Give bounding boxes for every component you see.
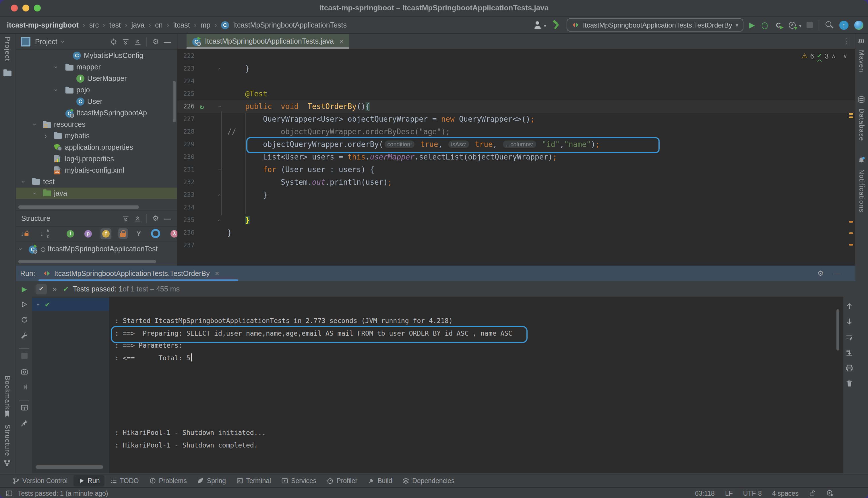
toolwindow-button-services[interactable]: Services	[277, 475, 321, 486]
user-menu-button[interactable]: ▾	[534, 21, 547, 29]
project-tree-item-mybatis-config.xml[interactable]: <>mybatis-config.xml	[16, 165, 177, 176]
structure-tree-root[interactable]: ›CItcastMpSpringbootApplicationTest	[16, 243, 177, 255]
status-indent-setting[interactable]: 4 spaces	[772, 490, 799, 497]
project-view-dropdown-icon[interactable]: ›	[60, 40, 66, 42]
fold-marker-icon[interactable]: ‹	[213, 67, 226, 70]
structure-filter-cp[interactable]: p	[83, 228, 93, 239]
test-tree-hscrollbar[interactable]	[36, 465, 103, 469]
structure-filter-ci[interactable]: I	[65, 228, 76, 239]
chevron-down-icon[interactable]: ›	[53, 66, 60, 68]
run-with-coverage-button[interactable]: C	[775, 21, 782, 29]
run-configuration-select[interactable]: ItcastMpSpringbootApplicationTests.TestO…	[567, 18, 743, 31]
status-caret-position[interactable]: 63:118	[695, 490, 715, 497]
minus-icon[interactable]: —	[164, 214, 171, 222]
breadcrumb-item[interactable]: src	[89, 21, 99, 29]
toolwindow-button-profiler[interactable]: Profiler	[322, 475, 362, 486]
structure-icon[interactable]	[3, 460, 11, 467]
test-root-node[interactable]: › ✔	[32, 298, 109, 311]
bookmark-icon[interactable]	[3, 410, 11, 418]
run-button[interactable]: ▶	[749, 21, 755, 29]
next-occurrence-button[interactable]	[846, 318, 853, 325]
print-button[interactable]	[846, 364, 853, 372]
scroll-to-end-button[interactable]	[846, 349, 853, 356]
project-tree-item-test[interactable]: ›test	[16, 176, 177, 187]
stripe-tab-bookmarks[interactable]: Bookmarks	[4, 376, 11, 414]
code-line-224[interactable]: 224	[177, 75, 855, 88]
breadcrumb-item[interactable]: itcast	[173, 21, 190, 29]
restore-layout-button[interactable]	[20, 403, 29, 412]
collapse-icon[interactable]	[134, 38, 142, 45]
project-tree-item-UserMapper[interactable]: IUserMapper	[16, 73, 177, 84]
project-tree-item-ItcastMpSpringbootAp[interactable]: CItcastMpSpringbootAp	[16, 107, 177, 119]
structure-filter-sortaz[interactable]: ↓az	[38, 228, 51, 239]
project-stripe-folder-icon[interactable]	[3, 69, 12, 77]
status-file-encoding[interactable]: UTF-8	[743, 490, 762, 497]
rerun-failed-tests-button[interactable]	[20, 300, 29, 309]
toolwindow-button-dependencies[interactable]: Dependencies	[398, 475, 459, 486]
locate-icon[interactable]	[111, 38, 117, 45]
soft-wrap-button[interactable]	[846, 333, 853, 341]
clear-console-button[interactable]	[846, 380, 853, 387]
run-console[interactable]: : Started ItcastMpSpringbootApplicationT…	[109, 297, 843, 473]
breadcrumb-item[interactable]: cn	[155, 21, 163, 29]
chevron-down-icon[interactable]: ›	[20, 181, 27, 183]
code-line-234[interactable]: 234	[177, 201, 855, 214]
project-vscrollbar[interactable]	[173, 81, 176, 122]
code-line-233[interactable]: 233‹ }	[177, 189, 855, 201]
stripe-tab-notifications[interactable]: Notifications	[858, 169, 865, 212]
structure-filter-cf[interactable]: f	[101, 228, 112, 239]
readonly-lock-icon[interactable]	[809, 490, 816, 497]
prev-issue-icon[interactable]: ∧	[831, 53, 836, 59]
stripe-tab-maven[interactable]: Maven	[858, 50, 865, 73]
project-tree-item-User[interactable]: CUser	[16, 96, 177, 107]
search-everywhere-button[interactable]	[825, 21, 833, 29]
fold-marker-icon[interactable]: −	[218, 101, 221, 113]
test-settings-button[interactable]	[20, 331, 29, 340]
fold-marker-icon[interactable]: ‹	[213, 194, 226, 197]
toolwindow-button-todo[interactable]: TODO	[105, 475, 143, 486]
expand-chevrons-icon[interactable]: »	[53, 285, 56, 293]
debug-button[interactable]	[761, 21, 769, 29]
stop-button[interactable]	[20, 352, 29, 360]
minus-icon[interactable]: —	[833, 269, 840, 278]
expand-icon[interactable]	[122, 215, 129, 222]
code-line-227[interactable]: 227 QueryWrapper<User> objectQueryWrappe…	[177, 113, 855, 126]
import-tests-button[interactable]	[20, 383, 29, 391]
gear-icon[interactable]: ⚙	[817, 269, 824, 278]
project-tree-item-mapper[interactable]: ›mapper	[16, 62, 177, 73]
gear-icon[interactable]: ⚙	[152, 37, 159, 46]
chevron-down-icon[interactable]: ›	[31, 192, 38, 194]
code-with-me-icon[interactable]	[854, 21, 864, 29]
project-tree-item-resources[interactable]: ›resources	[16, 119, 177, 130]
collapse-icon[interactable]	[134, 215, 142, 222]
inspections-widget[interactable]: ⚠6✔3∧∨	[802, 52, 847, 60]
minus-icon[interactable]: —	[164, 38, 171, 45]
code-line-225[interactable]: 225 @Test	[177, 88, 855, 101]
code-line-222[interactable]: 222	[177, 50, 855, 63]
update-running-app-button[interactable]	[20, 316, 29, 324]
toolwindow-button-version-control[interactable]: Version Control	[8, 475, 72, 486]
pin-tab-button[interactable]	[20, 419, 29, 428]
toolwindow-button-run[interactable]: Run	[73, 475, 104, 486]
code-line-223[interactable]: 223‹ }	[177, 63, 855, 75]
code-line-237[interactable]: 237	[177, 239, 855, 252]
capture-snapshot-button[interactable]	[20, 367, 29, 376]
project-tree-item-MybatisPlusConfig[interactable]: CMybatisPlusConfig	[16, 50, 177, 62]
build-project-button[interactable]	[553, 21, 561, 29]
rerun-tests-button[interactable]: ▶	[20, 285, 29, 293]
toolwindow-layout-icon[interactable]	[6, 490, 13, 497]
project-tree-item-application.properties[interactable]: application.properties	[16, 142, 177, 153]
chevron-right-icon[interactable]: ›	[45, 132, 47, 140]
project-tree-item-java[interactable]: ›java	[16, 187, 177, 199]
prev-occurrence-button[interactable]	[846, 302, 853, 310]
stripe-tab-structure[interactable]: Structure	[4, 424, 11, 456]
code-line-230[interactable]: 230 List<User> users = this.userMapper.s…	[177, 151, 855, 163]
breadcrumb-item[interactable]: itcast-mp-springboot	[7, 21, 79, 29]
maven-logo-icon[interactable]: m	[858, 36, 865, 45]
update-available-icon[interactable]: ↑	[839, 21, 848, 29]
close-run-tab-icon[interactable]: ×	[215, 270, 219, 277]
tab-options-kebab-icon[interactable]: ⋮	[843, 37, 851, 45]
status-line-separator[interactable]: LF	[725, 490, 733, 497]
fold-marker-icon[interactable]: −	[218, 163, 221, 176]
toolwindow-button-build[interactable]: Build	[363, 475, 397, 486]
